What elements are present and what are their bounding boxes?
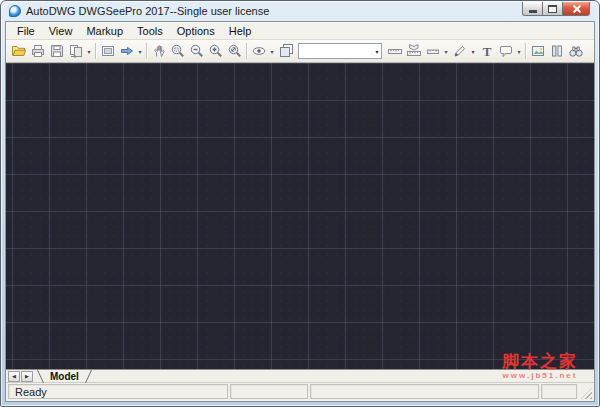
forward-button[interactable] [117,41,136,61]
text-tool-button[interactable]: T [477,41,496,61]
export-image-button[interactable] [528,41,547,61]
layer-combobox[interactable]: ▾ [298,43,382,59]
zoom-out-icon [189,43,205,59]
fit-screen-button[interactable] [98,41,117,61]
status-message: Ready [15,386,47,398]
tab-model-label: Model [50,371,79,382]
window-controls [522,2,590,16]
fit-screen-icon [100,43,116,59]
toolbar-separator [95,43,96,59]
toolbar-separator [146,43,147,59]
resize-grip[interactable] [579,384,592,399]
combobox-dropdown[interactable]: ▾ [373,48,381,55]
pan-button[interactable] [149,41,168,61]
measure-angle-button[interactable] [423,41,442,61]
menu-bar: File View Markup Tools Options Help [6,22,594,40]
measure-angle-icon [425,43,441,59]
markup-pen-dropdown[interactable]: ▾ [469,48,477,55]
title-bar[interactable]: AutoDWG DWGSeePro 2017--Single user lice… [1,1,599,21]
tab-prev-icon: ◀ [12,373,16,379]
autodwg-logo-icon [9,5,21,17]
convert-button[interactable] [66,41,85,61]
status-panel [310,384,539,399]
tab-next-icon: ▶ [25,373,29,379]
measure-area-button[interactable] [404,41,423,61]
measure-area-icon [406,43,422,59]
status-panel [541,384,577,399]
pan-hand-icon [151,43,167,59]
markup-pen-button[interactable] [450,41,469,61]
print-button[interactable] [28,41,47,61]
export-image-icon [530,43,546,59]
close-icon [571,4,582,14]
markup-pen-icon [452,43,468,59]
visibility-eye-icon [251,43,267,59]
svg-text:T: T [482,44,491,59]
menu-view[interactable]: View [42,23,80,39]
text-tool-icon: T [479,43,495,59]
tab-model[interactable]: Model [34,370,95,383]
tab-prev-button[interactable]: ◀ [8,371,20,382]
tab-next-button[interactable]: ▶ [21,371,33,382]
compare-button[interactable] [547,41,566,61]
menu-tools[interactable]: Tools [130,23,170,39]
zoom-extents-icon [227,43,243,59]
zoom-window-icon [170,43,186,59]
zoom-extents-button[interactable] [225,41,244,61]
find-button[interactable] [566,41,585,61]
menu-markup[interactable]: Markup [79,23,130,39]
toolbar-separator [246,43,247,59]
print-icon [30,43,46,59]
compare-icon [549,43,565,59]
status-message-panel: Ready [8,384,228,399]
status-panel [230,384,308,399]
layers-icon [278,43,294,59]
zoom-in-button[interactable] [206,41,225,61]
open-button[interactable] [9,41,28,61]
save-button[interactable] [47,41,66,61]
callout-icon [498,43,514,59]
menu-help[interactable]: Help [222,23,259,39]
status-bar: Ready [6,383,594,401]
menu-options[interactable]: Options [170,23,222,39]
convert-dropdown[interactable]: ▾ [85,48,93,55]
app-window: AutoDWG DWGSeePro 2017--Single user lice… [0,0,600,407]
find-binoculars-icon [568,43,584,59]
toolbar-separator [525,43,526,59]
measure-distance-button[interactable] [385,41,404,61]
open-folder-icon [11,43,27,59]
forward-dropdown[interactable]: ▾ [136,48,144,55]
close-button[interactable] [563,2,590,16]
menu-file[interactable]: File [10,23,42,39]
minimize-button[interactable] [522,2,543,16]
toolbar: ▾ ▾ [6,40,594,63]
layout-tab-bar: ◀ ▶ Model [6,370,594,383]
layers-button[interactable] [276,41,295,61]
maximize-button[interactable] [543,2,563,16]
zoom-out-button[interactable] [187,41,206,61]
maximize-icon [548,5,557,13]
save-icon [49,43,65,59]
client-area: File View Markup Tools Options Help [5,21,595,402]
measure-distance-icon [387,43,403,59]
visibility-dropdown[interactable]: ▾ [268,48,276,55]
zoom-in-icon [208,43,224,59]
zoom-window-button[interactable] [168,41,187,61]
visibility-button[interactable] [249,41,268,61]
drawing-canvas[interactable] [6,63,594,370]
callout-button[interactable] [496,41,515,61]
convert-icon [68,43,84,59]
measure-dropdown[interactable]: ▾ [442,48,450,55]
minimize-icon [529,10,537,13]
callout-dropdown[interactable]: ▾ [515,48,523,55]
forward-arrow-icon [119,43,135,59]
window-title: AutoDWG DWGSeePro 2017--Single user lice… [26,5,269,17]
